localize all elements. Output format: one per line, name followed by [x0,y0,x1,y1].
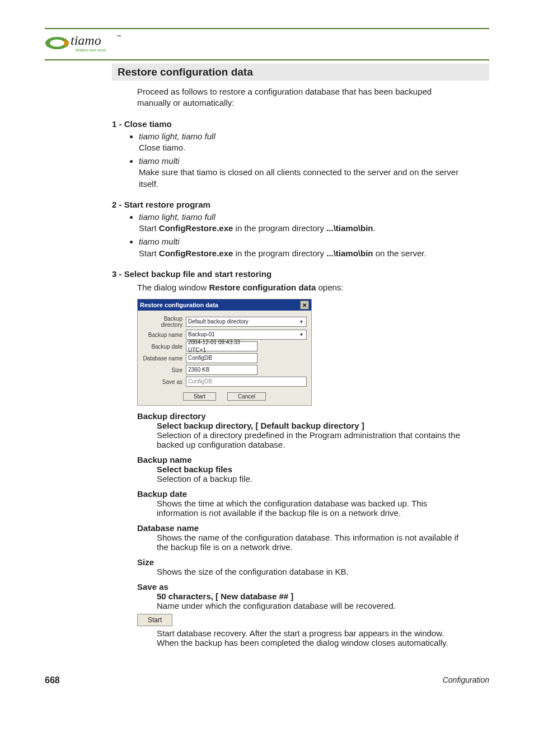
dlg-backup-name-label: Backup name [142,332,186,338]
field-database-name-desc: Shows the name of the configuration data… [157,533,467,552]
step2-title: 2 - Start restore program [112,200,467,209]
svg-point-1 [50,40,64,47]
field-backup-directory-desc: Selection of a directory predefined in t… [157,430,467,449]
field-database-name-label: Database name [137,523,467,533]
field-backup-date-label: Backup date [137,489,467,499]
dialog-start-button[interactable]: Start [183,392,216,401]
field-backup-date-desc: Shows the time at which the configuratio… [157,499,467,518]
step2-item-a: tiamo light, tiamo full Start ConfigRest… [139,212,467,234]
field-size-desc: Shows the size of the configuration data… [157,567,467,576]
step2-item-b: tiamo multi Start ConfigRestore.exe in t… [139,236,467,259]
field-save-as-sub: 50 characters, [ New database ## ] [157,591,467,601]
step2b-head: tiamo multi [139,237,180,246]
step2a-head: tiamo light, tiamo full [139,212,216,222]
header-rule [45,59,489,60]
field-save-as-desc: Name under which the configuration datab… [157,601,467,611]
svg-text:titration and more: titration and more [76,48,106,52]
step1-item-a: tiamo light, tiamo full Close tiamo. [139,131,467,154]
step1b-head: tiamo multi [139,156,180,166]
close-icon[interactable]: ✕ [300,300,309,309]
dlg-backup-date-field: 2004-12-01 09:43:33 UTC+1 [186,341,257,351]
svg-text:tiamo: tiamo [71,33,101,48]
top-rule [45,28,489,29]
dialog-title: Restore configuration data [140,302,218,308]
step1a-head: tiamo light, tiamo full [139,132,216,141]
start-desc: Start database recovery. After the start… [157,628,467,647]
field-backup-name-desc: Selection of a backup file. [157,474,467,483]
dlg-save-as-input[interactable]: ConfigDB [186,377,307,387]
chevron-down-icon: ▾ [298,331,305,339]
field-backup-directory-sub: Select backup directory, [ Default backu… [157,421,467,430]
field-save-as-label: Save as [137,582,467,591]
dlg-database-name-label: Database name [142,355,186,361]
page-number: 668 [45,675,60,685]
field-backup-directory-label: Backup directory [137,411,467,421]
step3-intro: The dialog window Restore configuration … [137,282,467,293]
step1b-body: Make sure that tiamo is closed on all cl… [139,167,458,188]
step1-title: 1 - Close tiamo [112,119,467,129]
dlg-backup-directory-label: Backup directory [142,316,186,328]
field-size-label: Size [137,557,467,567]
step1-item-b: tiamo multi Make sure that tiamo is clos… [139,156,467,190]
tiamo-logo: tiamo ™ titration and more [45,31,489,55]
dlg-size-label: Size [142,367,186,373]
footer-section: Configuration [443,675,489,685]
dlg-database-name-field: ConfigDB [186,353,257,363]
field-backup-name-label: Backup name [137,455,467,464]
section-title: Restore configuration data [112,64,489,81]
step1a-body: Close tiamo. [139,143,185,152]
chevron-down-icon: ▾ [298,318,305,326]
step3-title: 3 - Select backup file and start restori… [112,269,467,279]
dlg-backup-date-label: Backup date [142,344,186,350]
dlg-backup-directory-select[interactable]: Default backup directory▾ [186,317,307,327]
dlg-save-as-label: Save as [142,379,186,385]
field-backup-name-sub: Select backup files [157,464,467,474]
dialog-cancel-button[interactable]: Cancel [227,392,266,401]
dlg-size-field: 2360 KB [186,365,257,375]
start-button-chip: Start [137,614,172,626]
svg-text:™: ™ [116,34,121,39]
intro-text: Proceed as follows to restore a configur… [137,86,467,109]
restore-dialog: Restore configuration data ✕ Backup dire… [137,299,312,406]
